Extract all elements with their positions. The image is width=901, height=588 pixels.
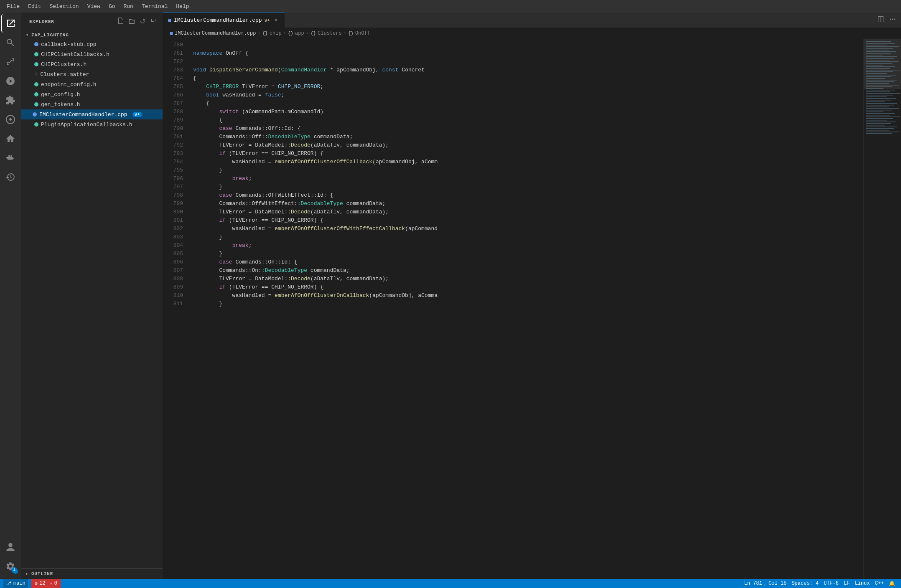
- breadcrumb-app[interactable]: app: [295, 30, 304, 36]
- file-name: CHIPClientCallbacks.h: [41, 51, 109, 58]
- menu-go[interactable]: Go: [105, 2, 119, 11]
- menu-file[interactable]: File: [3, 2, 23, 11]
- timeline-icon[interactable]: [1, 168, 20, 186]
- outline-title[interactable]: ▸ OUTLINE: [21, 569, 163, 579]
- svg-rect-48: [866, 105, 894, 106]
- breadcrumb-clusters[interactable]: Clusters: [318, 30, 342, 36]
- new-file-icon[interactable]: [117, 17, 125, 27]
- refresh-icon[interactable]: [138, 17, 147, 27]
- settings-icon[interactable]: 1: [1, 557, 20, 575]
- more-actions-icon[interactable]: [888, 14, 898, 26]
- code-line-791: Commands::Off::DecodableType commandData…: [193, 133, 863, 141]
- token-plain: ;: [249, 241, 252, 250]
- breadcrumb-dot: [170, 32, 173, 35]
- file-name: endpoint_config.h: [41, 81, 97, 88]
- bell-icon: 🔔: [889, 580, 895, 587]
- new-folder-icon[interactable]: [127, 17, 136, 27]
- breadcrumb-chip[interactable]: chip: [270, 30, 282, 36]
- token-plain: (aDataTlv, commandData);: [311, 141, 389, 150]
- menu-terminal[interactable]: Terminal: [138, 2, 171, 11]
- svg-rect-62: [866, 128, 894, 129]
- outline-section: ▸ OUTLINE: [21, 568, 163, 579]
- status-notifications[interactable]: 🔔: [886, 579, 898, 588]
- svg-rect-40: [866, 91, 890, 92]
- file-chipclusters[interactable]: CHIPClusters.h: [21, 59, 163, 69]
- file-gen-tokens[interactable]: gen_tokens.h: [21, 99, 163, 109]
- svg-rect-47: [866, 103, 897, 104]
- svg-rect-65: [866, 133, 892, 134]
- breadcrumb-sep-2: ›: [283, 30, 286, 36]
- file-gen-config[interactable]: gen_config.h: [21, 89, 163, 99]
- token-plain: TLVError = DataModel::: [193, 141, 291, 150]
- menu-edit[interactable]: Edit: [25, 2, 44, 11]
- token-type: DecodableType: [300, 200, 343, 208]
- code-line-799: Commands::OffWithEffect::DecodableType c…: [193, 200, 863, 208]
- status-os[interactable]: Linux: [852, 579, 872, 588]
- token-type: CommandHandler: [281, 66, 327, 74]
- menu-selection[interactable]: Selection: [46, 2, 82, 11]
- run-debug-icon[interactable]: [1, 72, 20, 90]
- token-kw: bool: [206, 91, 219, 99]
- breadcrumb-filename[interactable]: IMClusterCommandHandler.cpp: [175, 30, 256, 36]
- token-plain: Commands::Off::Id: {: [232, 124, 301, 133]
- tab-imcluster[interactable]: IMClusterCommandHandler.cpp 9+ ×: [163, 13, 285, 28]
- minimap: [863, 39, 901, 579]
- docker-icon[interactable]: [1, 149, 20, 167]
- token-fn: Decode: [291, 275, 311, 283]
- token-plain: {: [193, 74, 196, 83]
- file-imcluster-active[interactable]: IMClusterCommandHandler.cpp 9+: [21, 109, 163, 119]
- account-icon[interactable]: [1, 538, 20, 556]
- file-clusters-matter[interactable]: ≡ Clusters.matter: [21, 69, 163, 79]
- file-chipclientcallbacks[interactable]: CHIPClientCallbacks.h: [21, 49, 163, 59]
- status-filetype[interactable]: C++: [872, 579, 886, 588]
- status-spaces[interactable]: Spaces: 4: [789, 579, 821, 588]
- token-plain: wasHandled =: [193, 225, 275, 233]
- menu-run[interactable]: Run: [120, 2, 136, 11]
- token-kw2: case: [219, 124, 232, 133]
- file-endpoint-config[interactable]: endpoint_config.h: [21, 79, 163, 89]
- token-plain: commandData;: [343, 200, 385, 208]
- token-plain: OnOff {: [222, 49, 248, 58]
- collapse-icon[interactable]: [149, 17, 158, 27]
- token-kw: const: [382, 66, 399, 74]
- status-left: ⎇ main ⊗ 12 ⚠ 0: [3, 579, 61, 588]
- status-errors[interactable]: ⊗ 12 ⚠ 0: [31, 579, 61, 588]
- svg-point-7: [890, 19, 891, 20]
- svg-rect-41: [866, 93, 900, 94]
- status-line-ending[interactable]: LF: [841, 579, 852, 588]
- file-callback-stub[interactable]: callback-stub.cpp: [21, 39, 163, 49]
- sidebar-header: Explorer: [21, 13, 163, 30]
- code-line-800: TLVError = DataModel::Decode(aDataTlv, c…: [193, 208, 863, 216]
- source-control-icon[interactable]: [1, 53, 20, 71]
- token-lit: false: [265, 91, 281, 99]
- menu-view[interactable]: View: [84, 2, 104, 11]
- status-branch[interactable]: ⎇ main: [3, 579, 28, 588]
- breadcrumb-onoff[interactable]: OnOff: [355, 30, 370, 36]
- code-content[interactable]: namespace OnOff { void DispatchServerCom…: [186, 39, 863, 579]
- status-col: Col 18: [769, 580, 786, 586]
- svg-rect-43: [866, 96, 887, 97]
- token-plain: (TLVError == CHIP_NO_ERROR) {: [226, 150, 323, 158]
- status-encoding[interactable]: UTF-8: [821, 579, 841, 588]
- explorer-icon[interactable]: [1, 14, 20, 33]
- split-editor-icon[interactable]: [876, 14, 886, 26]
- token-plain: Concret: [399, 66, 425, 74]
- minimap-slider[interactable]: [864, 39, 901, 89]
- modified-badge: 9+: [132, 112, 142, 117]
- token-plain: [193, 175, 232, 183]
- tab-split-icons: [876, 14, 901, 26]
- file-plugin-callbacks[interactable]: PluginApplicationCallbacks.h: [21, 119, 163, 129]
- token-plain: [193, 191, 219, 200]
- home-icon[interactable]: [1, 129, 20, 148]
- menu-icon: ≡: [34, 71, 38, 78]
- svg-rect-60: [866, 125, 885, 126]
- tab-close-button[interactable]: ×: [272, 17, 279, 24]
- search-icon[interactable]: [1, 33, 20, 52]
- extensions-icon[interactable]: [1, 91, 20, 109]
- breadcrumb-brace-4: {}: [348, 31, 354, 36]
- token-kw: void: [193, 66, 206, 74]
- menu-help[interactable]: Help: [173, 2, 192, 11]
- status-line-col[interactable]: Ln 781, Col 18: [742, 579, 789, 588]
- folder-zap-lighting[interactable]: ▾ ZAP_LIGHTING: [21, 31, 163, 39]
- remote-explorer-icon[interactable]: [1, 110, 20, 129]
